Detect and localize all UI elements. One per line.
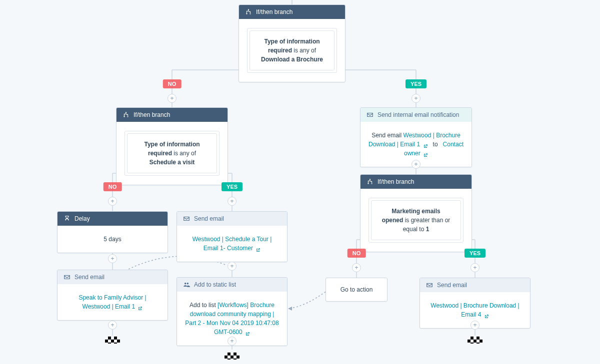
svg-marker-0 bbox=[288, 307, 292, 311]
go-to-action-node[interactable]: Go to action bbox=[326, 278, 388, 302]
external-link-icon bbox=[423, 142, 428, 147]
add-step-button[interactable]: + bbox=[470, 263, 480, 272]
right-branch-header: If/then branch bbox=[360, 175, 472, 189]
branch-icon bbox=[366, 178, 374, 185]
left-branch-title: If/then branch bbox=[134, 111, 170, 118]
branch-icon bbox=[245, 8, 252, 15]
right-branch-title: If/then branch bbox=[378, 178, 414, 185]
email-link-4[interactable]: Westwood | Brochure Download | Email 4 bbox=[430, 302, 519, 318]
external-link-icon bbox=[256, 246, 260, 251]
send-email-title: Send email bbox=[437, 282, 467, 289]
external-link-icon bbox=[423, 151, 428, 156]
email-icon bbox=[366, 111, 374, 118]
left-branch-node[interactable]: If/then branch Type of information requi… bbox=[116, 107, 228, 185]
delay-node[interactable]: Delay 5 days bbox=[57, 211, 168, 253]
left-condition-box: Type of information required is any of S… bbox=[124, 131, 220, 176]
add-step-button[interactable]: + bbox=[108, 321, 117, 330]
send-email-header: Send email bbox=[58, 270, 168, 284]
go-to-action-label: Go to action bbox=[340, 286, 373, 293]
right-condition-box: Marketing emails opened is greater than … bbox=[368, 198, 464, 243]
root-cond-mid: is any of bbox=[294, 47, 316, 54]
add-step-button[interactable]: + bbox=[412, 94, 420, 103]
internal-to: to bbox=[433, 141, 438, 148]
internal-prefix: Send email bbox=[372, 132, 402, 139]
email-icon bbox=[426, 282, 433, 289]
left-branch-header: If/then branch bbox=[116, 108, 228, 122]
internal-email-node[interactable]: Send internal email notification Send em… bbox=[360, 107, 472, 167]
send-email-tour-node[interactable]: Send email Westwood | Schedule a Tour | … bbox=[176, 211, 288, 262]
external-link-icon bbox=[138, 305, 142, 310]
root-branch-node[interactable]: If/then branch Type of information requi… bbox=[238, 4, 346, 82]
email-link-advisor[interactable]: Speak to Family Advisor | Westwood | Ema… bbox=[78, 294, 146, 310]
email-icon bbox=[64, 274, 70, 281]
add-step-button[interactable]: + bbox=[470, 321, 480, 330]
root-cond-value: Download a Brochure bbox=[261, 56, 323, 63]
delay-header: Delay bbox=[58, 212, 168, 226]
internal-email-title: Send internal email notification bbox=[378, 111, 459, 118]
right-yes-badge: YES bbox=[464, 249, 486, 258]
end-marker bbox=[224, 353, 240, 360]
add-step-button[interactable]: + bbox=[228, 197, 236, 206]
send-email-header: Send email bbox=[420, 278, 530, 292]
add-to-list-header: Add to static list bbox=[177, 278, 287, 292]
add-step-button[interactable]: + bbox=[168, 94, 176, 103]
root-branch-title: If/then branch bbox=[256, 8, 292, 15]
root-no-badge: NO bbox=[163, 79, 182, 88]
right-branch-node[interactable]: If/then branch Marketing emails opened i… bbox=[360, 174, 472, 252]
send-email-title: Send email bbox=[74, 274, 104, 281]
add-step-button[interactable]: + bbox=[352, 263, 361, 272]
delay-title: Delay bbox=[74, 215, 90, 222]
add-step-button[interactable]: + bbox=[108, 254, 117, 263]
email-icon bbox=[183, 215, 190, 222]
send-email-advisor-node[interactable]: Send email Speak to Family Advisor | Wes… bbox=[57, 270, 168, 321]
branch-icon bbox=[122, 111, 130, 118]
root-branch-header: If/then branch bbox=[239, 5, 345, 19]
left-yes-badge: YES bbox=[222, 182, 242, 191]
end-marker bbox=[468, 337, 482, 344]
workflow-canvas: If/then branch Type of information requi… bbox=[0, 0, 600, 364]
delay-value: 5 days bbox=[104, 236, 121, 243]
list-prefix: Add to list bbox=[190, 302, 216, 309]
add-step-button[interactable]: + bbox=[228, 337, 236, 346]
people-icon bbox=[183, 281, 190, 288]
left-cond-mid: is any of bbox=[174, 150, 196, 157]
end-marker bbox=[105, 337, 120, 344]
add-step-button[interactable]: + bbox=[412, 160, 420, 169]
right-no-badge: NO bbox=[348, 249, 366, 258]
add-step-button[interactable]: + bbox=[228, 262, 236, 271]
left-cond-value: Schedule a visit bbox=[150, 159, 195, 166]
left-no-badge: NO bbox=[104, 182, 122, 191]
external-link-icon bbox=[484, 313, 489, 318]
right-cond-value: 1 bbox=[426, 226, 430, 233]
send-email-title: Send email bbox=[194, 215, 224, 222]
external-link-icon bbox=[245, 330, 250, 335]
add-to-list-title: Add to static list bbox=[194, 281, 236, 288]
add-to-list-node[interactable]: Add to static list Add to list [Workflow… bbox=[176, 277, 288, 346]
root-condition-box: Type of information required is any of D… bbox=[247, 28, 337, 73]
add-step-button[interactable]: + bbox=[108, 197, 117, 206]
internal-email-header: Send internal email notification bbox=[360, 108, 472, 122]
hourglass-icon bbox=[64, 215, 70, 222]
root-yes-badge: YES bbox=[406, 79, 426, 88]
send-email-header: Send email bbox=[177, 212, 287, 226]
